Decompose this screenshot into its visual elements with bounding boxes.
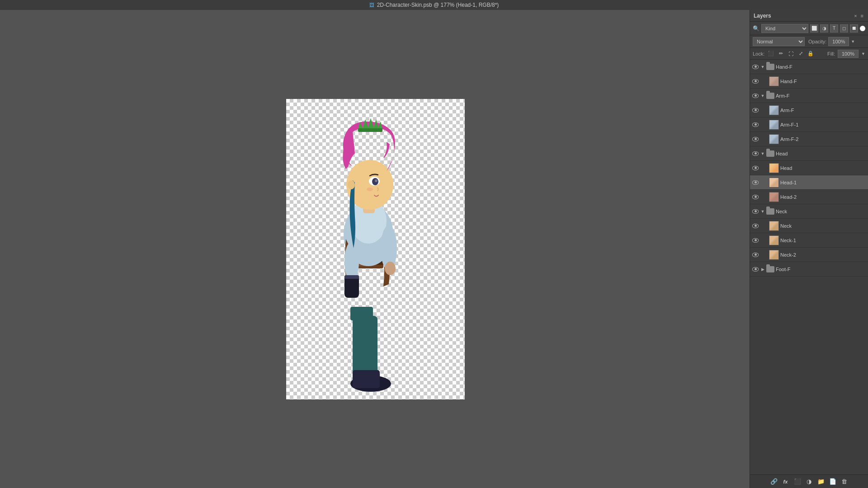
group-folder-icon — [766, 208, 774, 215]
shape-filter-icon[interactable]: ◻ — [840, 24, 848, 33]
layer-thumbnail — [769, 120, 779, 130]
layer-visibility-toggle[interactable] — [752, 193, 759, 201]
list-item[interactable]: Head — [750, 161, 868, 175]
group-expand-arrow[interactable]: ▼ — [760, 94, 765, 98]
layer-thumbnail — [769, 76, 779, 86]
opacity-arrow-icon[interactable]: ▼ — [851, 39, 855, 44]
lock-position-icon[interactable]: ✏ — [777, 50, 784, 57]
pixel-filter-icon[interactable]: ⬜ — [810, 24, 818, 33]
panel-close-button[interactable]: × — [853, 13, 858, 19]
layer-thumbnail — [769, 192, 779, 202]
new-group-button[interactable]: 📁 — [816, 477, 826, 486]
list-item[interactable]: Arm-F-1 — [750, 117, 868, 132]
layer-visibility-toggle[interactable] — [752, 121, 759, 128]
opacity-label: Opacity: — [808, 39, 826, 44]
layer-name: Neck-2 — [780, 252, 866, 258]
panel-menu-button[interactable]: ≡ — [860, 13, 864, 19]
smartobj-filter-icon[interactable]: 🔲 — [850, 24, 858, 33]
layer-thumbnail — [769, 250, 779, 260]
layer-thumbnail — [769, 221, 779, 231]
list-item[interactable]: Head-2 — [750, 190, 868, 204]
type-filter-icon[interactable]: T — [830, 24, 838, 33]
layer-visibility-toggle[interactable] — [752, 179, 759, 186]
delete-layer-button[interactable]: 🗑 — [840, 477, 849, 486]
add-layer-style-button[interactable]: fx — [781, 477, 790, 486]
filter-kind-select[interactable]: Kind — [761, 24, 808, 33]
filter-toggle-icon[interactable] — [860, 26, 865, 31]
new-adjustment-layer-button[interactable]: ◑ — [805, 477, 814, 486]
group-folder-icon — [766, 93, 774, 99]
add-mask-button[interactable]: ⬛ — [793, 477, 802, 486]
layer-list[interactable]: ▼ Hand-F Hand-F ▼ Arm-F Arm-F — [750, 60, 868, 474]
blend-mode-select[interactable]: Normal — [753, 37, 805, 46]
layers-panel-title: Layers — [754, 13, 771, 19]
list-item[interactable]: Arm-F-2 — [750, 132, 868, 146]
layers-panel-header: Layers × ≡ — [750, 10, 868, 22]
opacity-input[interactable] — [828, 37, 849, 46]
layer-visibility-toggle[interactable] — [752, 208, 759, 215]
link-layers-button[interactable]: 🔗 — [769, 477, 778, 486]
group-folder-icon — [766, 150, 774, 157]
layer-visibility-toggle[interactable] — [752, 107, 759, 114]
group-expand-arrow[interactable]: ▶ — [760, 267, 765, 272]
group-expand-arrow[interactable]: ▼ — [760, 65, 765, 69]
list-item[interactable]: Neck-2 — [750, 248, 868, 262]
svg-point-11 — [385, 262, 396, 275]
layer-thumbnail — [769, 134, 779, 144]
svg-point-20 — [375, 179, 377, 182]
layer-visibility-toggle[interactable] — [752, 251, 759, 258]
fill-arrow-icon[interactable]: ▼ — [861, 52, 865, 56]
list-item[interactable]: Hand-F — [750, 74, 868, 89]
list-item[interactable]: ▼ Neck — [750, 204, 868, 219]
layers-panel: Layers × ≡ 🔍 Kind ⬜ ◑ T ◻ 🔲 Normal Opaci… — [750, 10, 868, 488]
layer-visibility-toggle[interactable] — [752, 164, 759, 172]
lock-label: Lock: — [753, 51, 764, 56]
layer-visibility-toggle[interactable] — [752, 63, 759, 70]
character-illustration — [316, 99, 434, 397]
layer-name: Arm-F — [780, 108, 866, 113]
svg-rect-17 — [358, 128, 382, 132]
list-item[interactable]: Neck-1 — [750, 233, 868, 248]
svg-rect-3 — [350, 307, 373, 320]
lock-move-icon[interactable]: ⤢ — [797, 50, 804, 57]
list-item[interactable]: Arm-F — [750, 103, 868, 117]
group-folder-icon — [766, 64, 774, 70]
svg-point-22 — [348, 180, 355, 189]
canvas-area — [0, 10, 750, 488]
layer-name: Head-1 — [780, 180, 866, 185]
lock-artboard-icon[interactable]: ⛶ — [787, 50, 794, 57]
group-expand-arrow[interactable]: ▼ — [760, 209, 765, 214]
layers-bottom-bar: 🔗 fx ⬛ ◑ 📁 📄 🗑 — [750, 474, 868, 488]
layer-name: Head-2 — [780, 194, 866, 200]
layer-name: Neck — [776, 209, 866, 214]
layer-visibility-toggle[interactable] — [752, 150, 759, 157]
list-item[interactable]: ▼ Arm-F — [750, 89, 868, 103]
layer-visibility-toggle[interactable] — [752, 92, 759, 99]
layer-thumbnail — [769, 105, 779, 115]
layer-visibility-toggle[interactable] — [752, 136, 759, 143]
group-expand-arrow[interactable]: ▼ — [760, 151, 765, 156]
layer-name: Head — [776, 151, 866, 156]
layer-visibility-toggle[interactable] — [752, 266, 759, 273]
lock-all-icon[interactable]: 🔒 — [807, 50, 814, 57]
layer-visibility-toggle[interactable] — [752, 78, 759, 85]
lock-pixels-icon[interactable]: ⬛ — [767, 50, 774, 57]
blend-mode-row: Normal Opacity: ▼ — [750, 35, 868, 48]
fill-input[interactable] — [838, 50, 859, 58]
list-item[interactable]: ▶ Foot-F — [750, 262, 868, 277]
new-layer-button[interactable]: 📄 — [828, 477, 837, 486]
layer-name: Neck-1 — [780, 238, 866, 243]
search-icon: 🔍 — [753, 25, 760, 32]
layer-name: Head — [780, 165, 866, 171]
layer-visibility-toggle[interactable] — [752, 222, 759, 230]
ps-icon: 🖼 — [369, 2, 374, 8]
layer-name: Neck — [780, 223, 866, 229]
list-item[interactable]: Head-1 — [750, 175, 868, 190]
window-title: 2D-Character-Skin.psb @ 177% (Head-1, RG… — [377, 2, 499, 8]
layer-visibility-toggle[interactable] — [752, 237, 759, 244]
list-item[interactable]: ▼ Hand-F — [750, 60, 868, 74]
list-item[interactable]: Neck — [750, 219, 868, 233]
adjustment-filter-icon[interactable]: ◑ — [820, 24, 828, 33]
list-item[interactable]: ▼ Head — [750, 146, 868, 161]
layer-name: Hand-F — [780, 79, 866, 84]
